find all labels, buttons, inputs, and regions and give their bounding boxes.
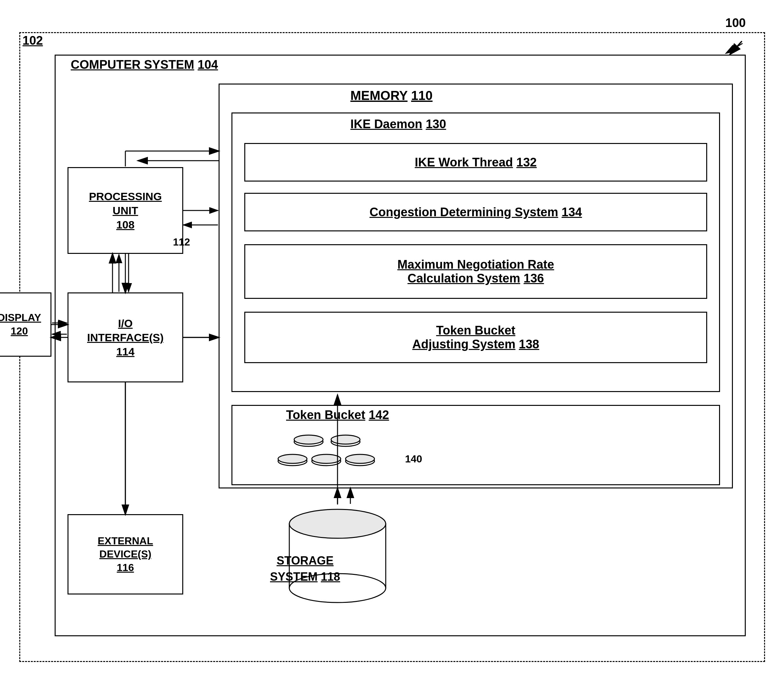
label-token-bucket-adjusting: Token Bucket Adjusting System 138 xyxy=(412,324,539,351)
label-processing-unit: PROCESSING UNIT 108 xyxy=(89,189,162,232)
label-112: 112 xyxy=(173,236,190,248)
svg-point-12 xyxy=(289,509,386,538)
svg-point-7 xyxy=(312,454,341,463)
token-coins xyxy=(277,434,405,476)
box-108: PROCESSING UNIT 108 xyxy=(67,167,183,254)
label-computer-system: COMPUTER SYSTEM 104 xyxy=(71,58,218,72)
svg-point-1 xyxy=(294,435,323,444)
svg-point-5 xyxy=(278,454,307,463)
box-120: DISPLAY 120 xyxy=(0,293,52,357)
label-102: 102 xyxy=(22,34,43,48)
box-132: IKE Work Thread 132 xyxy=(244,143,707,181)
label-ike-work-thread: IKE Work Thread 132 xyxy=(415,155,537,169)
label-ike-daemon: IKE Daemon 130 xyxy=(351,117,446,131)
label-display: DISPLAY 120 xyxy=(0,311,41,338)
label-token-bucket: Token Bucket 142 xyxy=(286,408,389,422)
label-storage-system: STORAGE SYSTEM 118 xyxy=(270,553,340,585)
label-congestion: Congestion Determining System 134 xyxy=(370,205,582,219)
label-io-interface: I/O INTERFACE(S) 114 xyxy=(87,316,164,359)
svg-point-9 xyxy=(346,454,374,463)
label-external-devices: EXTERNAL DEVICE(S) 116 xyxy=(98,534,153,574)
label-memory: MEMORY 110 xyxy=(351,88,433,103)
box-116: EXTERNAL DEVICE(S) 116 xyxy=(67,514,183,595)
box-138: Token Bucket Adjusting System 138 xyxy=(244,312,707,363)
box-134: Congestion Determining System 134 xyxy=(244,193,707,232)
label-max-negotiation: Maximum Negotiation Rate Calculation Sys… xyxy=(397,258,554,285)
ref-100-label: 100 xyxy=(726,16,746,30)
label-140: 140 xyxy=(405,453,422,465)
box-136: Maximum Negotiation Rate Calculation Sys… xyxy=(244,244,707,299)
svg-point-3 xyxy=(331,435,360,444)
box-114: I/O INTERFACE(S) 114 xyxy=(67,293,183,382)
